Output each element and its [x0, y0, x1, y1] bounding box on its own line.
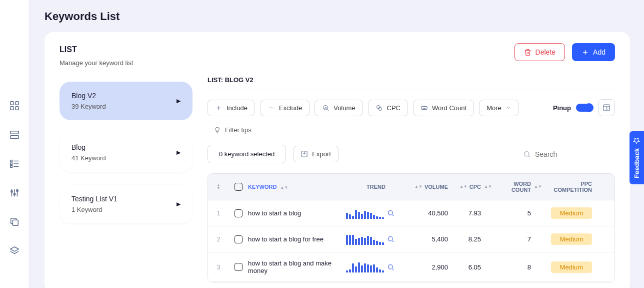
- list-card[interactable]: Testing LIst V11 Keyword▶: [60, 185, 192, 223]
- svg-point-42: [524, 151, 529, 156]
- search-icon: [523, 150, 531, 158]
- pinup-label: Pinup: [553, 104, 571, 112]
- svg-line-28: [327, 109, 328, 111]
- copy-icon[interactable]: [9, 216, 20, 227]
- svg-rect-34: [422, 106, 427, 109]
- chevron-right-icon: ▶: [176, 98, 180, 104]
- row-checkbox[interactable]: [234, 235, 242, 243]
- more-filter[interactable]: More: [479, 100, 519, 116]
- ppc-badge: Medium: [551, 207, 592, 219]
- svg-point-44: [388, 211, 393, 215]
- selection-count: 0 keyword selected: [208, 145, 286, 163]
- row-index: 2: [208, 235, 229, 243]
- add-button[interactable]: Add: [572, 43, 615, 61]
- row-checkbox[interactable]: [234, 209, 242, 217]
- volume-cell: 2,900: [406, 263, 451, 271]
- export-button[interactable]: Export: [293, 146, 338, 162]
- trend-sparkline: [346, 208, 384, 219]
- svg-rect-20: [12, 220, 18, 225]
- svg-line-43: [528, 156, 530, 157]
- sort-icon[interactable]: ▲▼: [216, 184, 220, 190]
- exclude-filter[interactable]: Exclude: [260, 100, 310, 116]
- feedback-tab[interactable]: Feedback: [630, 131, 644, 184]
- divider: [208, 90, 615, 90]
- sort-icon[interactable]: ▲▼: [534, 185, 542, 188]
- header-cpc[interactable]: CPC: [470, 184, 481, 190]
- svg-rect-0: [10, 102, 13, 105]
- header-volume[interactable]: VOLUME: [424, 184, 448, 190]
- plus-icon: [215, 104, 222, 112]
- dashboard-icon[interactable]: [9, 100, 20, 111]
- volume-filter[interactable]: Volume: [314, 100, 362, 116]
- sort-icon[interactable]: ▲▼: [460, 185, 468, 188]
- list-icon[interactable]: [9, 158, 20, 169]
- header-word-count[interactable]: WORD COUNT: [494, 181, 531, 193]
- zoom-icon[interactable]: [387, 209, 394, 217]
- list-count: 41 Keyword: [72, 154, 106, 162]
- header-trend[interactable]: TREND: [366, 184, 386, 190]
- server-icon[interactable]: [9, 129, 20, 140]
- svg-rect-10: [10, 166, 12, 168]
- sort-icon[interactable]: ▲▼: [484, 185, 492, 188]
- cpc-cell: 6.05: [451, 263, 484, 271]
- cpc-cell: 8.25: [451, 235, 484, 243]
- zoom-icon[interactable]: [387, 235, 394, 243]
- chevron-right-icon: ▶: [176, 201, 180, 207]
- list-card[interactable]: Blog V239 Keyword▶: [60, 82, 192, 120]
- chevron-right-icon: ▶: [176, 149, 180, 156]
- trash-icon: [524, 49, 532, 56]
- select-all-checkbox[interactable]: [234, 183, 242, 191]
- cpc-filter[interactable]: CPC: [368, 100, 408, 116]
- svg-point-46: [388, 237, 393, 241]
- list-count: 39 Keyword: [72, 103, 106, 110]
- list-title: Testing LIst V1: [72, 195, 118, 203]
- ppc-badge: Medium: [551, 233, 592, 245]
- volume-icon: [322, 104, 330, 112]
- svg-rect-2: [10, 107, 13, 110]
- keyword-cell[interactable]: how to start a blog for free: [248, 235, 346, 243]
- svg-rect-1: [15, 102, 18, 105]
- header-keyword[interactable]: KEYWORD: [248, 184, 276, 190]
- table-row: 2 how to start a blog for free 5,400 8.2…: [208, 226, 614, 252]
- list-card[interactable]: Blog41 Keyword▶: [60, 133, 192, 172]
- sort-icon[interactable]: ▲▼: [414, 185, 422, 188]
- word-count-cell: 7: [484, 235, 534, 243]
- search-input[interactable]: [535, 150, 585, 158]
- header-ppc[interactable]: PPC COMPETITION: [544, 181, 592, 193]
- keyword-cell[interactable]: how to start a blog: [248, 209, 346, 217]
- keywords-table: ▲▼ KEYWORD ▲▼ TREND ▲▼ VOLUME ▲▼ CPC ▲▼ …: [208, 173, 615, 282]
- sliders-icon[interactable]: [9, 187, 20, 198]
- export-icon: [300, 150, 308, 158]
- pinup-toggle[interactable]: [576, 104, 593, 112]
- volume-cell: 5,400: [406, 235, 451, 243]
- chevron-down-icon: [506, 105, 512, 111]
- zoom-icon[interactable]: [387, 263, 394, 271]
- delete-label: Delete: [536, 48, 556, 56]
- filter-tips[interactable]: Filter tips: [214, 126, 615, 134]
- delete-button[interactable]: Delete: [514, 43, 565, 61]
- svg-marker-50: [634, 138, 640, 144]
- current-list-label: LIST: BLOG V2: [208, 76, 615, 84]
- row-index: 3: [208, 263, 229, 271]
- word-count-cell: 5: [484, 209, 534, 217]
- volume-cell: 40,500: [406, 209, 451, 217]
- layout-button[interactable]: [598, 99, 615, 116]
- svg-marker-21: [10, 247, 18, 251]
- row-index: 1: [208, 209, 229, 217]
- sort-icon[interactable]: ▲▼: [280, 186, 288, 189]
- list-heading: LIST: [60, 45, 192, 54]
- word-count-filter[interactable]: Word Count: [413, 100, 474, 116]
- keyboard-icon: [420, 104, 428, 112]
- layers-icon[interactable]: [9, 245, 20, 256]
- svg-rect-5: [10, 136, 18, 139]
- page-title: Keywords List: [44, 0, 630, 32]
- include-filter[interactable]: Include: [208, 100, 255, 116]
- plus-icon: [582, 49, 589, 56]
- svg-point-32: [376, 105, 380, 108]
- svg-rect-39: [604, 105, 610, 111]
- keyword-cell[interactable]: how to start a blog and make money: [248, 259, 346, 274]
- layout-icon: [602, 104, 610, 112]
- svg-line-49: [392, 268, 394, 270]
- svg-rect-9: [10, 163, 12, 165]
- row-checkbox[interactable]: [234, 263, 242, 271]
